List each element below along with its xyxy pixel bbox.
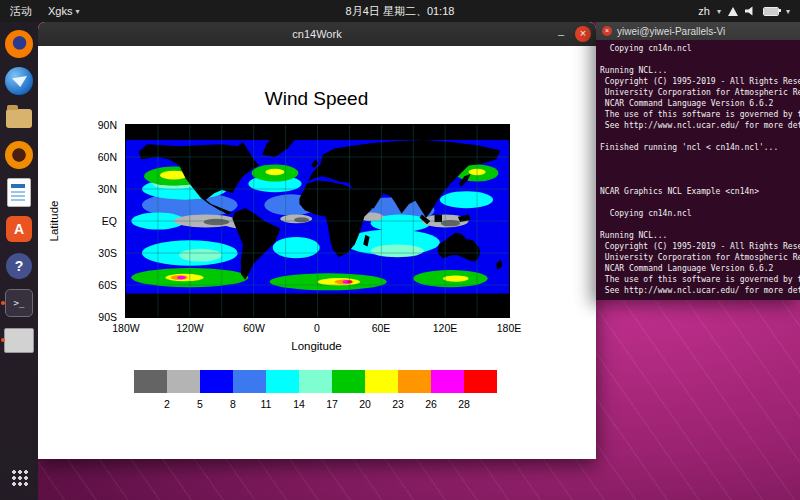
terminal-line: See http://www.ncl.ucar.edu/ for more de…	[600, 120, 800, 131]
dock: A ? >_	[0, 22, 38, 500]
x-tick: 120W	[176, 322, 203, 334]
firefox-icon	[5, 30, 33, 58]
terminal-close-button[interactable]: ×	[602, 26, 612, 36]
colorbar-swatch	[134, 370, 167, 393]
colorbar-swatch	[365, 370, 398, 393]
running-indicator-dot	[1, 338, 5, 342]
system-indicators[interactable]: zh ▾ ▾	[698, 5, 800, 17]
terminal-line	[600, 175, 800, 186]
terminal-line: NCAR Command Language Version 6.6.2	[600, 263, 800, 274]
terminal-title: yiwei@yiwei-Parallels-Vi	[617, 26, 725, 37]
terminal-line: Copyright (C) 1995-2019 - All Rights Res…	[600, 76, 800, 87]
apps-grid-icon	[11, 469, 28, 486]
help-icon: ?	[6, 253, 32, 279]
input-method-indicator[interactable]: zh	[698, 5, 710, 17]
terminal-output[interactable]: Copying cn14n.ncl Running NCL... Copyrig…	[596, 40, 800, 300]
plot-title: Wind Speed	[125, 88, 508, 110]
clock[interactable]: 8月4日 星期二、01:18	[346, 4, 455, 19]
terminal-line: See http://www.ncl.ucar.edu/ for more de…	[600, 285, 800, 296]
colorbar-swatch	[167, 370, 200, 393]
y-tick: 30S	[98, 247, 117, 259]
terminal-line	[600, 153, 800, 164]
x-tick: 60W	[243, 322, 265, 334]
x-tick: 60E	[372, 322, 391, 334]
dock-item-files[interactable]	[4, 103, 34, 133]
files-icon	[6, 109, 32, 128]
activities-button[interactable]: 活动	[10, 4, 32, 19]
cn14work-window: cn14Work – × Wind Speed Latitude 90N 60N…	[38, 22, 596, 459]
colorbar-swatch	[464, 370, 497, 393]
y-tick: 60S	[98, 279, 117, 291]
world-map-plot	[125, 124, 510, 318]
colorbar-swatch	[332, 370, 365, 393]
dock-item-terminal[interactable]: >_	[4, 288, 34, 318]
colorbar-swatch	[398, 370, 431, 393]
chevron-down-icon: ▾	[786, 7, 790, 16]
terminal-window: × yiwei@yiwei-Parallels-Vi Copying cn14n…	[596, 22, 800, 300]
terminal-prompt-line: yiwei@yiwei-Parallels-Virtual-Platform:~…	[600, 164, 800, 175]
terminal-line: NCAR Command Language Version 6.6.2	[600, 98, 800, 109]
colorbar-label: 14	[293, 398, 305, 410]
colorbar-label: 11	[261, 398, 272, 410]
terminal-titlebar[interactable]: × yiwei@yiwei-Parallels-Vi	[596, 22, 800, 40]
dock-item-ubuntu-software[interactable]: A	[4, 214, 34, 244]
minimize-button[interactable]: –	[554, 28, 568, 40]
desktop: 活动 Xgks ▾ 8月4日 星期二、01:18 zh ▾ ▾ A ? >_	[0, 0, 800, 500]
thunderbird-icon	[5, 67, 33, 95]
chevron-down-icon: ▾	[717, 7, 721, 16]
dock-item-rhythmbox[interactable]	[4, 140, 34, 170]
network-icon[interactable]	[728, 7, 738, 16]
dock-item-firefox[interactable]	[4, 29, 34, 59]
terminal-line: NCAR Graphics NCL Example <cn14n>	[600, 186, 800, 197]
colorbar-swatch	[299, 370, 332, 393]
terminal-line: University Corporation for Atmospheric R…	[600, 87, 800, 98]
app-menu-label: Xgks	[48, 5, 72, 17]
x-tick: 0	[314, 322, 320, 334]
colorbar-label: 8	[230, 398, 236, 410]
terminal-line: Copying cn14n.ncl	[600, 43, 800, 54]
dock-item-help[interactable]: ?	[4, 251, 34, 281]
colorbar-label: 28	[458, 398, 470, 410]
x-tick: 180W	[112, 322, 139, 334]
volume-icon[interactable]	[745, 6, 756, 16]
y-tick: 90N	[98, 119, 117, 131]
terminal-line	[600, 219, 800, 230]
chevron-down-icon: ▾	[75, 7, 79, 16]
window-titlebar[interactable]: cn14Work – ×	[38, 22, 596, 46]
colorbar-label: 2	[164, 398, 170, 410]
terminal-line: Copyright (C) 1995-2019 - All Rights Res…	[600, 241, 800, 252]
terminal-line	[600, 197, 800, 208]
colorbar-label: 20	[359, 398, 371, 410]
x-axis-ticks: 180W 120W 60W 0 60E 120E 180E	[126, 322, 509, 335]
colorbar-label: 23	[392, 398, 404, 410]
colorbar-labels: 2 5 8 11 14 17 20 23 26 28	[134, 398, 497, 410]
colorbar-swatch	[266, 370, 299, 393]
colorbar-label: 5	[197, 398, 203, 410]
terminal-line: University Corporation for Atmospheric R…	[600, 252, 800, 263]
music-icon	[5, 141, 33, 169]
xgks-window-thumbnail	[4, 328, 34, 353]
top-bar: 活动 Xgks ▾ 8月4日 星期二、01:18 zh ▾ ▾	[0, 0, 800, 22]
terminal-line: Finished running 'ncl < cn14n.ncl'...	[600, 142, 800, 153]
window-title: cn14Work	[292, 28, 341, 40]
close-button[interactable]: ×	[575, 26, 591, 42]
show-applications-button[interactable]	[4, 462, 34, 492]
dock-item-libreoffice-writer[interactable]	[4, 177, 34, 207]
app-menu[interactable]: Xgks ▾	[48, 5, 79, 17]
dock-item-xgks-window[interactable]	[4, 325, 34, 355]
colorbar-label: 26	[425, 398, 437, 410]
x-tick: 180E	[497, 322, 522, 334]
y-tick: 60N	[98, 151, 117, 163]
terminal-line: The use of this software is governed by …	[600, 274, 800, 285]
dock-item-thunderbird[interactable]	[4, 66, 34, 96]
battery-icon[interactable]	[763, 7, 779, 16]
y-tick: 30N	[98, 183, 117, 195]
terminal-icon: >_	[5, 289, 33, 317]
terminal-line: Running NCL...	[600, 65, 800, 76]
y-tick: EQ	[102, 215, 117, 227]
y-axis-label: Latitude	[46, 125, 62, 317]
terminal-line: The use of this software is governed by …	[600, 109, 800, 120]
plot-canvas: Wind Speed Latitude 90N 60N 30N EQ 30S 6…	[38, 46, 596, 459]
world-map-svg	[126, 125, 509, 317]
terminal-line	[600, 131, 800, 142]
